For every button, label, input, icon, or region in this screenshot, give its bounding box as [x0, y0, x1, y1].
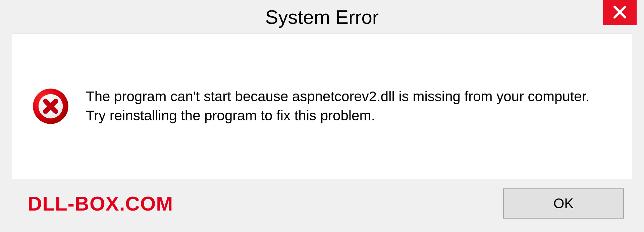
ok-button-label: OK [553, 195, 574, 212]
titlebar: System Error [0, 0, 644, 34]
dialog-title: System Error [265, 6, 379, 28]
close-button[interactable] [603, 0, 637, 25]
error-icon [32, 88, 69, 125]
close-icon [612, 5, 627, 21]
error-dialog: System Error [0, 0, 644, 232]
ok-button[interactable]: OK [503, 188, 624, 219]
content-area: The program can't start because aspnetco… [12, 34, 632, 179]
dialog-footer: DLL-BOX.COM OK [0, 185, 644, 232]
watermark-text: DLL-BOX.COM [28, 192, 173, 215]
error-message: The program can't start because aspnetco… [86, 87, 605, 125]
